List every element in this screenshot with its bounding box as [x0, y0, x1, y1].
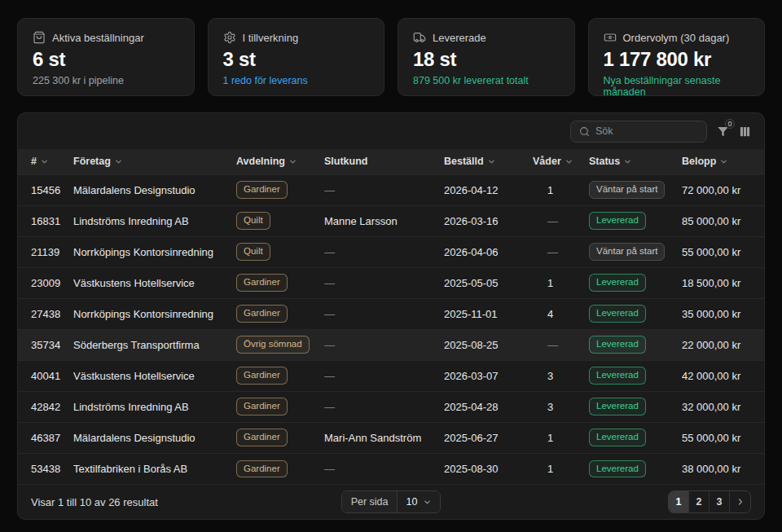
cell-status: Levererad	[589, 298, 682, 329]
cell-vader: 1	[533, 422, 589, 453]
cell-vader: —	[533, 236, 589, 267]
cell-end-customer: —	[324, 329, 444, 360]
stat-card-order-volume: Ordervolym (30 dagar) 1 177 800 kr Nya b…	[588, 18, 766, 96]
cell-id: 46387	[18, 422, 73, 453]
department-badge: Gardiner	[236, 274, 288, 292]
cell-company: Textilfabriken i Borås AB	[73, 453, 236, 484]
page-button-1[interactable]: 1	[669, 491, 689, 512]
cell-amount: 18 500,00 kr	[682, 267, 764, 298]
cell-amount: 85 000,00 kr	[682, 205, 764, 236]
status-badge: Levererad	[589, 367, 646, 385]
cell-company: Västkustens Hotellservice	[73, 360, 236, 391]
cell-company: Mälardalens Designstudio	[73, 422, 236, 453]
cell-company: Västkustens Hotellservice	[73, 267, 236, 298]
cell-id: 53438	[18, 453, 73, 484]
table-row[interactable]: 23009Västkustens HotellserviceGardiner—2…	[18, 267, 764, 298]
column-header-amount[interactable]: Belopp	[682, 149, 764, 174]
cell-ordered: 2026-03-07	[444, 360, 533, 391]
cell-status: Levererad	[589, 453, 682, 484]
status-badge: Levererad	[589, 429, 646, 446]
cell-status: Levererad	[589, 267, 682, 298]
column-header-end-customer: Slutkund	[324, 149, 444, 174]
cell-ordered: 2025-04-28	[444, 391, 533, 422]
orders-dashboard: Aktiva beställningar 6 st 225 300 kr i p…	[0, 0, 782, 520]
cell-company: Norrköpings Kontorsinredning	[73, 298, 236, 329]
per-page-select[interactable]: 10	[398, 491, 440, 512]
chevron-down-icon	[623, 156, 632, 166]
next-page-button[interactable]	[730, 491, 750, 512]
column-header-company[interactable]: Företag	[73, 149, 236, 174]
table-row[interactable]: 27438Norrköpings KontorsinredningGardine…	[18, 298, 764, 329]
cell-amount: 32 000,00 kr	[682, 391, 764, 422]
cell-department: Gardiner	[236, 391, 324, 422]
chevron-down-icon	[114, 156, 123, 166]
cell-company: Söderbergs Transportfirma	[73, 329, 236, 360]
cell-vader: 3	[533, 360, 589, 391]
orders-table: # Företag Avdelning Slutkund Beställd Vå…	[18, 149, 764, 484]
cell-end-customer: —	[324, 298, 444, 329]
per-page-control[interactable]: Per sida 10	[341, 490, 442, 513]
column-header-status[interactable]: Status	[589, 149, 682, 174]
stat-card-subtext: 1 redo för leverans	[223, 75, 370, 86]
cell-vader: 4	[533, 298, 589, 329]
column-header-department[interactable]: Avdelning	[236, 149, 324, 174]
cell-status: Väntar på start	[589, 174, 682, 205]
pagination: 123	[668, 490, 751, 513]
table-row[interactable]: 16831Lindströms Inredning ABQuiltManne L…	[18, 205, 764, 236]
cell-ordered: 2025-11-01	[444, 298, 533, 329]
empty-value: —	[324, 308, 335, 320]
status-badge: Levererad	[589, 398, 646, 415]
table-row[interactable]: 15456Mälardalens DesignstudioGardiner—20…	[18, 174, 764, 205]
stat-card-delivered: Levererade 18 st 879 500 kr levererat to…	[398, 18, 575, 96]
stat-card-subtext: 879 500 kr levererat totalt	[413, 75, 560, 86]
column-header-ordered[interactable]: Beställd	[444, 149, 533, 174]
status-badge: Levererad	[589, 460, 646, 478]
cell-company: Mälardalens Designstudio	[73, 174, 236, 205]
chevron-down-icon	[423, 498, 432, 507]
department-badge: Gardiner	[236, 398, 288, 415]
search-field[interactable]	[595, 125, 698, 137]
cell-id: 15456	[18, 174, 73, 205]
chevron-down-icon	[288, 156, 297, 166]
cell-company: Lindströms Inredning AB	[73, 205, 236, 236]
cell-department: Gardiner	[236, 422, 324, 453]
columns-button[interactable]	[739, 125, 751, 138]
cell-vader: 1	[533, 174, 589, 205]
cell-amount: 35 000,00 kr	[682, 298, 764, 329]
table-row[interactable]: 42842Lindströms Inredning ABGardiner—202…	[18, 391, 764, 422]
table-row[interactable]: 21139Norrköpings KontorsinredningQuilt—2…	[18, 236, 764, 267]
table-toolbar: 0	[18, 113, 764, 149]
cell-end-customer: —	[324, 453, 444, 484]
table-row[interactable]: 46387Mälardalens DesignstudioGardinerMar…	[18, 422, 764, 453]
search-input[interactable]	[570, 121, 707, 143]
table-row[interactable]: 35734Söderbergs TransportfirmaÖvrig sömn…	[18, 329, 764, 360]
table-row[interactable]: 40041Västkustens HotellserviceGardiner—2…	[18, 360, 764, 391]
status-badge: Levererad	[589, 305, 646, 323]
empty-value: —	[324, 339, 335, 351]
department-badge: Quilt	[236, 243, 270, 261]
chevron-down-icon	[40, 156, 49, 166]
column-header-id[interactable]: #	[18, 149, 73, 174]
gear-icon	[223, 31, 236, 44]
stat-card-label: Ordervolym (30 dagar)	[623, 32, 730, 44]
bag-icon	[33, 31, 46, 44]
filter-count-badge: 0	[725, 119, 735, 129]
column-header-vader[interactable]: Våder	[533, 149, 589, 174]
stat-card-value: 18 st	[413, 48, 560, 71]
chevron-down-icon	[719, 156, 728, 166]
cell-company: Norrköpings Kontorsinredning	[73, 236, 236, 267]
department-badge: Övrig sömnad	[236, 336, 310, 354]
department-badge: Gardiner	[236, 367, 288, 385]
cell-department: Gardiner	[236, 267, 324, 298]
cell-status: Levererad	[589, 205, 682, 236]
cell-amount: 55 000,00 kr	[682, 236, 764, 267]
empty-value: —	[324, 246, 335, 258]
page-button-3[interactable]: 3	[710, 491, 730, 512]
page-button-2[interactable]: 2	[689, 491, 710, 512]
table-row[interactable]: 53438Textilfabriken i Borås ABGardiner—2…	[18, 453, 764, 484]
cell-id: 23009	[18, 267, 73, 298]
filter-button[interactable]: 0	[717, 125, 729, 138]
cell-id: 21139	[18, 236, 73, 267]
cell-end-customer: —	[324, 360, 444, 391]
cell-status: Levererad	[589, 422, 682, 453]
